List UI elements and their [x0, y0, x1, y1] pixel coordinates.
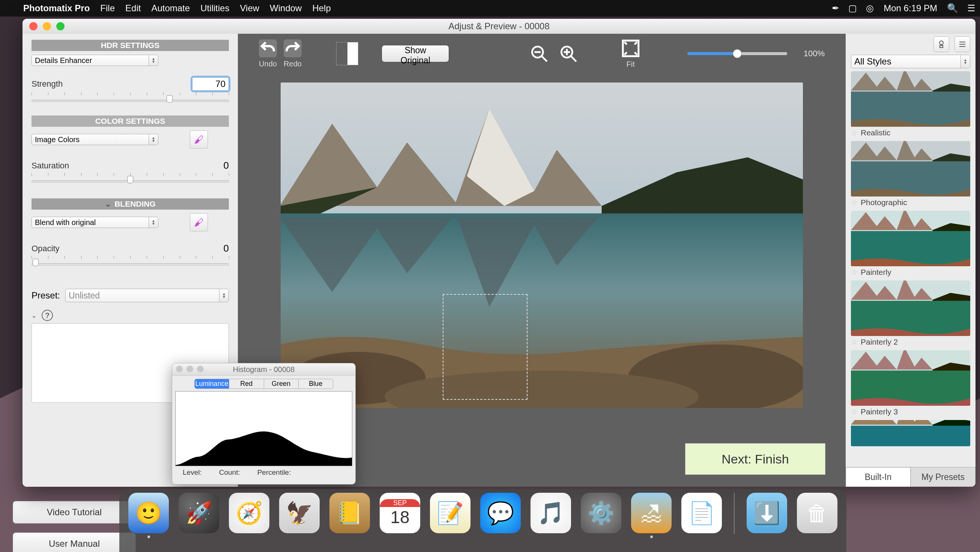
menu-help[interactable]: Help [307, 3, 336, 14]
seg-blue[interactable]: Blue [299, 379, 333, 389]
preset-item[interactable] [851, 420, 970, 446]
stepper-icon: ▲▼ [219, 289, 229, 302]
video-tutorial-button[interactable]: Video Tutorial [13, 501, 136, 523]
color-mode-value: Image Colors [35, 135, 80, 144]
list-view-button[interactable] [955, 36, 970, 52]
app-menu[interactable]: Photomatix Pro [18, 3, 95, 14]
menu-edit[interactable]: Edit [120, 3, 146, 14]
dock-textedit[interactable]: 📄 [681, 493, 722, 533]
menu-view[interactable]: View [234, 3, 264, 14]
presets-panel: All Styles ▲▼ ☆ Realistic ☆ Photographic… [846, 34, 975, 487]
title-bar[interactable]: Adjust & Preview - 00008 [22, 19, 975, 34]
dock-trash[interactable]: 🗑 [797, 493, 837, 533]
opacity-slider[interactable] [32, 256, 229, 268]
menu-file[interactable]: File [95, 3, 120, 14]
display-icon[interactable]: ▢ [844, 3, 861, 14]
saturation-value: 0 [224, 160, 229, 171]
redo-label: Redo [284, 60, 302, 68]
favorite-star-icon[interactable]: ☆ [851, 338, 858, 346]
chevron-down-icon[interactable]: ⌄ [32, 312, 37, 319]
dock-preferences[interactable]: ⚙️ [581, 493, 621, 533]
selection-marquee[interactable] [443, 294, 528, 400]
close-window-button[interactable] [29, 22, 38, 30]
menu-automate[interactable]: Automate [146, 3, 195, 14]
seg-red[interactable]: Red [229, 379, 264, 389]
strength-slider[interactable] [32, 92, 229, 104]
compare-split-icon[interactable] [336, 42, 358, 65]
minimize-window-button[interactable] [43, 22, 51, 30]
hdr-method-value: Details Enhancer [35, 56, 92, 65]
dock-photomatix[interactable]: 🏖 [631, 493, 671, 533]
next-finish-button[interactable]: Next: Finish [685, 443, 826, 475]
blending-header[interactable]: ⌄ BLENDING [32, 198, 229, 209]
color-mode-select[interactable]: Image Colors ▲▼ [32, 134, 158, 145]
saturation-slider[interactable] [32, 173, 229, 185]
preset-item[interactable]: ☆ Realistic [851, 71, 970, 137]
favorite-star-icon[interactable]: ☆ [851, 128, 858, 137]
preset-item[interactable]: ☆ Painterly 2 [851, 281, 970, 346]
seg-green[interactable]: Green [264, 379, 299, 389]
blend-brush-button[interactable]: 🖌 [190, 213, 208, 232]
brush-icon: 🖌 [194, 134, 204, 146]
user-manual-button[interactable]: User Manual [13, 533, 136, 552]
preset-name: Painterly 2 [861, 338, 898, 346]
histogram-window[interactable]: Histogram - 00008 Luminance Red Green Bl… [172, 363, 356, 484]
background-buttons: Video Tutorial User Manual [13, 501, 136, 552]
fit-button[interactable] [621, 39, 640, 58]
tab-built-in[interactable]: Built-In [846, 467, 911, 486]
dock-calendar[interactable]: SEP18 [380, 493, 420, 533]
dock-contacts[interactable]: 📒 [329, 493, 370, 533]
preset-name: Realistic [861, 128, 890, 137]
fit-label: Fit [627, 60, 635, 69]
stepper-icon: ▲▼ [149, 217, 158, 228]
preset-item[interactable]: ☆ Painterly 3 [851, 350, 970, 416]
blend-mode-select[interactable]: Blend with original ▲▼ [32, 217, 158, 228]
dock-launchpad[interactable]: 🚀 [178, 493, 219, 533]
dock-itunes[interactable]: 🎵 [531, 493, 571, 533]
preview-image[interactable] [281, 82, 803, 408]
tab-my-presets[interactable]: My Presets [911, 467, 975, 487]
preset-select[interactable]: Unlisted ▲▼ [65, 289, 229, 302]
menu-window[interactable]: Window [264, 3, 307, 14]
stepper-icon: ▲▼ [149, 55, 158, 66]
clock[interactable]: Mon 6:19 PM [878, 3, 942, 14]
preview-toolbar: Undo Redo Show Original [238, 34, 846, 73]
spotlight-icon[interactable]: 🔍 [942, 3, 963, 14]
undo-button[interactable] [259, 40, 277, 57]
fit-icon [621, 39, 640, 58]
redo-button[interactable] [284, 40, 302, 57]
seg-luminance[interactable]: Luminance [195, 379, 229, 389]
status-icon[interactable]: ✒︎ [827, 3, 844, 14]
hdr-method-select[interactable]: Details Enhancer ▲▼ [32, 55, 158, 66]
preset-item[interactable]: ☆ Painterly [851, 211, 970, 277]
show-original-button[interactable]: Show Original [382, 45, 449, 62]
zoom-in-button[interactable] [559, 44, 578, 63]
menu-utilities[interactable]: Utilities [195, 3, 234, 14]
screenshare-icon[interactable]: ◎ [861, 3, 878, 14]
thumb-view-button[interactable] [934, 36, 949, 52]
chevron-down-icon: ⌄ [105, 200, 111, 208]
dock-downloads[interactable]: ⬇️ [747, 493, 787, 533]
style-filter-select[interactable]: All Styles ▲▼ [851, 55, 970, 68]
preset-name: Painterly [861, 268, 891, 277]
dock-messages[interactable]: 💬 [480, 493, 521, 533]
favorite-star-icon[interactable]: ☆ [851, 268, 858, 277]
dock-notes[interactable]: 📝 [430, 493, 471, 533]
dock-separator [734, 493, 735, 534]
histogram-channel-segment[interactable]: Luminance Red Green Blue [194, 379, 333, 389]
zoom-out-button[interactable] [530, 44, 549, 63]
zoom-window-button[interactable] [56, 22, 65, 30]
color-brush-button[interactable]: 🖌 [190, 130, 208, 149]
preset-item[interactable]: ☆ Photographic [851, 141, 970, 207]
favorite-star-icon[interactable]: ☆ [851, 198, 858, 207]
strength-input[interactable]: 70 [192, 77, 229, 91]
dock-safari[interactable]: 🧭 [229, 493, 269, 533]
histogram-count: Count: [219, 468, 240, 477]
color-settings-header: COLOR SETTINGS [32, 116, 229, 127]
favorite-star-icon[interactable]: ☆ [851, 407, 858, 416]
dock-finder[interactable]: 🙂 [128, 493, 169, 533]
control-center-icon[interactable]: ☰ [963, 3, 980, 14]
zoom-slider[interactable] [687, 52, 787, 55]
dock-mail[interactable]: 🦅 [279, 493, 320, 533]
help-button[interactable]: ? [41, 310, 53, 321]
